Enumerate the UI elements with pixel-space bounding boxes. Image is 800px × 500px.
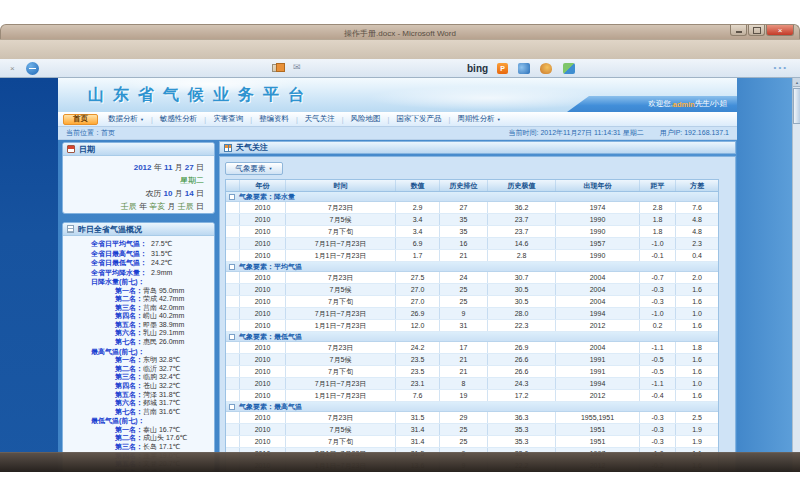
table-row[interactable]: 20107月1日~7月23日23.1824.31994-1.11.0 <box>226 378 718 390</box>
rank-value: 郯城 31.7℃ <box>143 399 180 408</box>
toolbar-plugin-icon-1[interactable] <box>518 63 530 74</box>
nav-item-7[interactable]: 风险地图 <box>344 114 388 124</box>
row-select-cell <box>226 296 240 307</box>
group-title: 气象要素：最低气温 <box>239 332 302 342</box>
table-cell: 23.7 <box>488 214 556 225</box>
weather-panel-title: 天气关注 <box>236 142 268 153</box>
table-group-header[interactable]: 气象要素：降水量 <box>226 192 718 202</box>
rank-value: 临沂 32.7℃ <box>143 365 180 374</box>
calendar-text: 年 <box>151 163 163 172</box>
table-cell: 7月23日 <box>286 272 396 283</box>
toolbar-close-icon[interactable]: × <box>10 64 15 73</box>
rank-label: 第七名： <box>115 408 143 417</box>
summary-stat-row: 全省日最高气温：31.5℃ <box>63 249 212 259</box>
table-cell: 2010 <box>240 424 286 435</box>
table-row[interactable]: 20107月23日2.92736.219742.87.6 <box>226 202 718 214</box>
table-row[interactable]: 20107月23日24.21726.92004-1.11.8 <box>226 342 718 354</box>
expand-checkbox-icon[interactable] <box>229 264 235 270</box>
table-group-header[interactable]: 气象要素：最低气温 <box>226 332 718 342</box>
summary-panel-header: 昨日全省气温概况 <box>63 223 214 236</box>
table-row[interactable]: 20107月5候23.52126.61991-0.51.6 <box>226 354 718 366</box>
table-cell: 12.0 <box>396 320 440 331</box>
table-row[interactable]: 20107月5候3.43523.719901.84.8 <box>226 214 718 226</box>
table-cell: 1.6 <box>676 366 718 377</box>
nav-item-5[interactable]: 整编资料 <box>252 114 296 124</box>
table-cell: 2010 <box>240 378 286 389</box>
table-cell: 3.4 <box>396 214 440 225</box>
table-cell: -0.1 <box>640 250 676 261</box>
table-group-header[interactable]: 气象要素：最高气温 <box>226 402 718 412</box>
breadcrumb: 当前位置：首页 <box>66 128 115 138</box>
rank-value: 莒南 31.6℃ <box>143 408 180 417</box>
table-cell: 2004 <box>556 342 640 353</box>
calendar-icon <box>67 145 75 153</box>
weather-element-button[interactable]: 气象要素 ▼ <box>225 162 283 175</box>
table-row[interactable]: 20107月5候31.42535.31951-0.31.9 <box>226 424 718 436</box>
table-cell: 26.6 <box>488 354 556 365</box>
rank-label: 第三名： <box>115 373 143 382</box>
table-row[interactable]: 20107月下旬3.43523.719901.84.8 <box>226 226 718 238</box>
scrollbar-thumb[interactable] <box>793 88 800 124</box>
table-group-header[interactable]: 气象要素：平均气温 <box>226 262 718 272</box>
table-cell: 27 <box>440 202 488 213</box>
table-cell: 1974 <box>556 202 640 213</box>
table-cell: -0.5 <box>640 354 676 365</box>
toolbar-logo-icon[interactable] <box>26 62 39 75</box>
table-cell: 2012 <box>556 390 640 401</box>
ranking-section-title: 日降水量(前七)： <box>63 277 212 287</box>
nav-item-4[interactable]: 灾害查询 <box>206 114 250 124</box>
toolbar-plugin-icon-2[interactable] <box>540 63 552 74</box>
nav-item-1[interactable]: 首页 <box>63 114 98 125</box>
table-cell: 23.1 <box>396 378 440 389</box>
table-cell: 0.2 <box>640 320 676 331</box>
word-window-titlebar[interactable]: 操作手册.docx - Microsoft Word × <box>0 24 800 39</box>
summary-body: 全省日平均气温：27.5℃全省日最高气温：31.5℃全省日最低气温：24.2℃全… <box>63 236 214 472</box>
table-cell: 21 <box>440 366 488 377</box>
table-cell: 24.2 <box>396 342 440 353</box>
table-row[interactable]: 20107月下旬23.52126.61991-0.51.6 <box>226 366 718 378</box>
table-row[interactable]: 20107月5候27.02530.52004-0.31.6 <box>226 284 718 296</box>
close-button[interactable]: × <box>766 25 794 36</box>
page-scrollbar[interactable]: ▲ <box>792 78 800 472</box>
nav-item-9[interactable]: 周期性分析▼ <box>450 114 507 124</box>
nav-item-8[interactable]: 国家下发产品 <box>389 114 448 124</box>
toolbar-plugin-icon-3[interactable] <box>563 63 575 74</box>
table-cell: 2010 <box>240 366 286 377</box>
bing-logo[interactable]: bing <box>467 63 488 74</box>
calendar-ganzhi: 壬辰 年 辛亥 月 壬辰 日 <box>63 200 204 213</box>
more-options-icon[interactable]: ••• <box>774 63 788 72</box>
scroll-up-icon[interactable]: ▲ <box>793 78 800 87</box>
table-row[interactable]: 20107月下旬27.02530.52004-0.31.6 <box>226 296 718 308</box>
row-select-cell <box>226 354 240 365</box>
table-cell: -0.3 <box>640 284 676 295</box>
expand-checkbox-icon[interactable] <box>229 404 235 410</box>
table-row[interactable]: 20101月1日~7月23日1.7212.81990-0.10.4 <box>226 250 718 262</box>
table-cell: 7月5候 <box>286 354 396 365</box>
table-cell: 1955,1951 <box>556 412 640 423</box>
table-cell: 22.3 <box>488 320 556 331</box>
mail-icon[interactable]: ✉ <box>293 62 301 72</box>
calendar-text: 壬辰 <box>178 202 194 211</box>
table-row[interactable]: 20101月1日~7月23日12.03122.320120.21.6 <box>226 320 718 332</box>
column-header: 时间 <box>286 180 396 191</box>
table-cell: 7月下旬 <box>286 366 396 377</box>
nav-item-2[interactable]: 数据分析▼ <box>101 114 151 124</box>
minimize-button[interactable] <box>730 25 747 36</box>
nav-item-3[interactable]: 敏感性分析 <box>153 114 205 124</box>
orange-p-icon[interactable]: P <box>497 63 508 74</box>
table-row[interactable]: 20101月1日~7月23日7.61917.22012-0.41.6 <box>226 390 718 402</box>
table-row[interactable]: 20107月1日~7月23日6.91614.61957-1.02.3 <box>226 238 718 250</box>
expand-checkbox-icon[interactable] <box>229 194 235 200</box>
page-title: 山东省气候业务平台 <box>88 85 313 106</box>
snapshot-icon[interactable] <box>272 64 283 72</box>
table-row[interactable]: 20107月下旬31.42535.31951-0.31.9 <box>226 436 718 448</box>
nav-item-6[interactable]: 天气关注 <box>298 114 342 124</box>
expand-checkbox-icon[interactable] <box>229 334 235 340</box>
column-header: 距平 <box>640 180 676 191</box>
table-row[interactable]: 20107月1日~7月23日26.9928.01994-1.01.0 <box>226 308 718 320</box>
table-row[interactable]: 20107月23日31.52936.31955,1951-0.32.5 <box>226 412 718 424</box>
table-cell: 27.0 <box>396 296 440 307</box>
maximize-button[interactable] <box>748 25 765 36</box>
ranking-row: 第六名：乳山 29.1mm <box>63 329 212 338</box>
table-row[interactable]: 20107月23日27.52430.72004-0.72.0 <box>226 272 718 284</box>
